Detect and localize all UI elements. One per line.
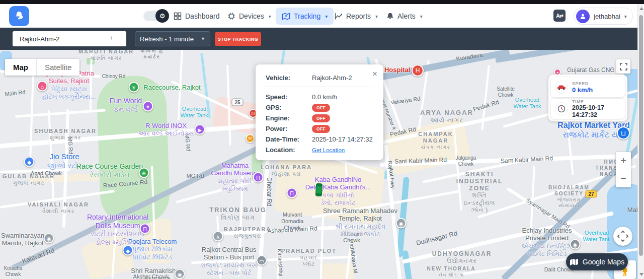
map-poi-label[interactable]: Race Course Gardenરેસકોર્સ ગાર્ડન <box>76 162 143 179</box>
zoom-out-button[interactable]: − <box>616 170 631 188</box>
map-marker-hospital-main[interactable]: H <box>412 64 424 77</box>
stop-tracking-button[interactable]: STOP TRACKING <box>215 32 261 46</box>
map-canvas[interactable]: MARUTI NAGARમારુતિ નાગરપોલિસ હેક્વાર્ટરS… <box>0 50 644 279</box>
map-marker-restaurant[interactable]: Ψ <box>246 134 255 143</box>
map-type-map-button[interactable]: Map <box>5 59 36 76</box>
map-poi-label[interactable]: Racecourse, Rajkot <box>143 84 200 91</box>
nav-devices[interactable]: Devices ▾ <box>227 9 271 24</box>
map-marker-swaminarayan-mandir[interactable]: ◉ <box>44 233 54 244</box>
highway-shield: 27 <box>585 190 597 198</box>
map-marker-racecourse[interactable]: ✳ <box>129 82 139 93</box>
scroll-down-arrow-icon[interactable] <box>639 273 643 276</box>
vehicle-select-input[interactable] <box>13 31 126 46</box>
get-location-link[interactable]: Get Location <box>312 147 345 153</box>
translate-icon[interactable]: A⇄ <box>553 10 566 22</box>
fullscreen-button[interactable] <box>616 59 630 74</box>
map-road-label: Dudhsagar Rd <box>415 229 458 247</box>
scrollbar-thumb[interactable] <box>639 15 643 256</box>
map-road-label: Dhebar Rd <box>266 177 273 206</box>
map-type-satellite-button[interactable]: Satellite <box>36 59 79 76</box>
vehicle-marker[interactable] <box>315 183 323 197</box>
map-icon <box>570 258 579 266</box>
map-poi-label[interactable]: l Hospital <box>381 66 411 74</box>
close-icon[interactable]: × <box>372 69 377 78</box>
map-road-label: SatelliteChowk <box>497 86 515 98</box>
app-logo[interactable] <box>9 6 29 26</box>
zoom-in-button[interactable]: + <box>616 152 631 170</box>
gps-label: GPS: <box>266 104 312 111</box>
map-area-label: ARYA NAGARઆર્ય નાગર <box>420 109 473 124</box>
window-scrollbar[interactable] <box>637 4 644 279</box>
gear-icon: ⚙ <box>155 9 169 23</box>
dark-mode-toggle[interactable]: ⚙ <box>143 11 168 21</box>
map-poi-label[interactable]: Rajkot Central BusStation - Bus portરાજક… <box>201 246 257 276</box>
map-marker-gandhi-museum[interactable]: Π <box>253 172 264 183</box>
map-marker-bus-station[interactable]: ▭ <box>257 255 267 266</box>
map-marker-kaba-gandhi-delo[interactable]: Π <box>287 188 297 198</box>
scroll-up-arrow-icon[interactable] <box>639 7 643 10</box>
clock-icon <box>555 102 568 115</box>
map-marker-fun-world[interactable]: ✦ <box>143 101 153 112</box>
speed-value: 0.0 km/h <box>312 93 337 101</box>
map-marker-poojara-telecom[interactable]: ◆ <box>123 245 133 256</box>
popup-row-vehicle: Vehicle: Rajkot-Ahm-2 <box>266 73 373 83</box>
map-marker-echjay-pin[interactable]: ◉ <box>570 239 581 250</box>
vehicle-info-popup: × Vehicle: Rajkot-Ahm-2 Speed: 0.0 km/h … <box>256 64 383 160</box>
person-icon <box>579 13 587 20</box>
map-area-label: SHUBASH NAGARશુભાશ નાગર <box>34 128 97 141</box>
map-poi-label[interactable]: SwaminarayanMandir, Rajkot <box>1 232 44 247</box>
map-marker-school[interactable]: ∧ <box>213 231 223 242</box>
nav-alerts[interactable]: Alerts ▾ <box>386 9 423 24</box>
map-road-label: Kalavad Rd <box>21 246 55 265</box>
speed-card-value: 0 km/h <box>572 86 593 94</box>
tracking-toolbar: \ Refresh - 1 minute ▼ STOP TRACKING <box>0 28 644 50</box>
map-marker-jio-store[interactable]: ◆ <box>24 157 35 167</box>
google-maps-badge[interactable]: Google Maps <box>566 253 628 270</box>
map-poi-label[interactable]: Fun Worldફન વર્લ્ડ <box>110 97 142 113</box>
pan-control-button[interactable] <box>613 227 632 246</box>
time-card-value: 2025-10-17 14:27:32 <box>572 104 621 118</box>
map-marker-ramakrishna-ashrama[interactable]: ◉ <box>175 269 185 279</box>
user-menu[interactable]: jethabhai ▾ <box>574 8 633 25</box>
map-poi-label[interactable]: MahatmaGandhi Museumમહાત્મા ગાંધીમ્યુઝિય… <box>211 162 259 192</box>
fullscreen-icon <box>620 63 627 71</box>
google-maps-label: Google Maps <box>583 258 624 266</box>
map-road-label: Main Rd <box>5 89 26 97</box>
chevron-down-icon: ▾ <box>420 14 423 19</box>
divider <box>266 87 373 87</box>
highway-shield: 25 <box>231 99 243 106</box>
map-poi-label[interactable]: Poojara Telecomપૂજારા ટેલિકોમપ્રાઇવેટ લિ… <box>128 238 177 261</box>
nav-reports-label: Reports <box>346 12 371 20</box>
datetime-label: Date-Time: <box>266 135 312 143</box>
zoom-control: + − <box>616 152 631 187</box>
map-marker-dolls-museum[interactable]: Π <box>140 224 150 234</box>
map-type-control: Map Satellite <box>5 59 79 76</box>
window-top-strip <box>0 0 644 4</box>
map-area-label: TRIKON BAUGત્રિકોણ બાગ <box>209 206 267 222</box>
map-poi-label[interactable]: Shree Ramnath MahadevTemple, Rajkotશ્રી … <box>323 207 397 238</box>
datetime-value: 2025-10-17 14:27:32 <box>312 135 373 143</box>
refresh-interval-dropdown[interactable]: Refresh - 1 minute ▼ <box>135 31 210 46</box>
map-marker-race-course-garden[interactable]: ✳ <box>139 168 149 178</box>
speed-label: Speed: <box>266 93 312 101</box>
map-marker-ramnath-temple[interactable]: ◉ <box>396 218 407 229</box>
time-card: TIME 2025-10-17 14:27:32 <box>551 99 625 119</box>
map-marker-hotel-quality-inn[interactable]: ⌂ <box>37 81 48 92</box>
nav-dashboard[interactable]: Dashboard <box>174 9 220 24</box>
telemetry-panel: SPEED 0 km/h TIME 2025-10-17 14:27:32 <box>548 75 627 121</box>
map-poi-label[interactable]: Gujarat Gas CNG S <box>567 66 620 74</box>
gps-status-badge: OFF <box>312 104 330 112</box>
map-poi-label[interactable]: R World INOXઆર વર્લ્ડ આઈનોક્સ <box>138 122 194 137</box>
map-area-label: SHAKTIINDUSTRIALZONEશક્તિઇન્ડસ્ટ્રીયલઝોન… <box>456 171 503 214</box>
map-marker-inox-cinema[interactable]: ▶ <box>195 124 205 135</box>
map-poi-label[interactable]: Echjay IndustriesPrivate Limitedએચજય ઇન્… <box>521 227 573 257</box>
map-marker-market-yard[interactable]: ⊔ <box>617 126 630 140</box>
map-road-label: JalgangaChowk <box>456 155 476 167</box>
nav-tracking-label: Tracking <box>294 12 320 20</box>
nav-tracking[interactable]: Tracking ▾ <box>276 8 334 25</box>
dropdown-caret-icon: ▼ <box>201 36 205 41</box>
nav-reports[interactable]: Reports ▾ <box>335 9 378 24</box>
popup-row-datetime: Date-Time: 2025-10-17 14:27:32 <box>266 134 373 145</box>
chart-icon <box>335 12 343 20</box>
map-road-label: MulvantDomadiaChowk <box>281 212 303 231</box>
